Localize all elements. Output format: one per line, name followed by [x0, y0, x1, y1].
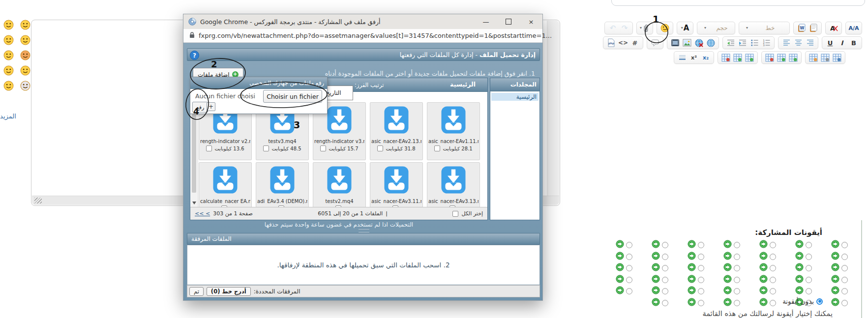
post-icon-radio[interactable]: [662, 265, 668, 271]
post-icon-radio[interactable]: [841, 300, 848, 306]
remove-format-button[interactable]: A: [828, 23, 839, 33]
bullet-list-button[interactable]: [749, 37, 760, 48]
undo-button[interactable]: ↶: [607, 23, 618, 33]
post-icon-option[interactable]: [616, 275, 634, 285]
delete-col-button[interactable]: [808, 52, 819, 63]
smiley-cat-icon[interactable]: [20, 50, 31, 61]
file-checkbox[interactable]: [320, 145, 326, 151]
paste-word-button[interactable]: W: [796, 23, 807, 33]
post-icon-option[interactable]: [652, 240, 670, 250]
post-icon-option[interactable]: [652, 298, 670, 308]
post-icon-option[interactable]: [831, 263, 849, 273]
window-titlebar[interactable]: أرفق ملف في المشاركة - منتدى برمجة الفور…: [183, 14, 542, 29]
smiley-scream-icon[interactable]: [3, 81, 14, 91]
file-tile[interactable]: asic_nacer-EAv1.11.mq428.1 كيلوبايت: [427, 102, 480, 160]
smiley-annoyed-icon[interactable]: [20, 35, 31, 46]
subscript-button[interactable]: x₂: [700, 52, 711, 63]
post-icon-option[interactable]: [723, 286, 742, 296]
file-checkbox[interactable]: [434, 145, 440, 151]
insert-table-button[interactable]: [720, 52, 731, 63]
maximize-button[interactable]: [497, 14, 520, 29]
image-button[interactable]: [682, 37, 692, 48]
post-icon-option[interactable]: [688, 286, 706, 296]
post-icon-option[interactable]: [688, 298, 706, 308]
html-button[interactable]: #: [629, 37, 640, 48]
smiley-dizzy-icon[interactable]: [3, 20, 14, 30]
redo-button[interactable]: ↷: [619, 23, 630, 33]
quote-button[interactable]: [650, 37, 660, 48]
post-icon-radio[interactable]: [806, 242, 812, 248]
file-tile[interactable]: asic_nacer-EAv2.13.mq431.8 كيلوبايت: [370, 102, 423, 160]
font-family-button[interactable]: ▾: [742, 23, 752, 33]
editor-scrollbar[interactable]: [547, 21, 559, 196]
post-icon-radio[interactable]: [626, 277, 632, 283]
post-icon-radio[interactable]: [698, 300, 704, 306]
post-icon-option[interactable]: [759, 275, 778, 285]
file-checkbox[interactable]: [377, 145, 383, 151]
post-icon-option[interactable]: [616, 240, 634, 250]
align-center-button[interactable]: [793, 37, 804, 48]
post-icon-option[interactable]: [759, 286, 778, 296]
align-right-button[interactable]: [805, 37, 815, 48]
scroll-down-icon[interactable]: [192, 202, 196, 204]
post-icon-radio[interactable]: [698, 277, 704, 283]
post-icon-option[interactable]: [616, 252, 634, 262]
post-icon-option[interactable]: [723, 298, 742, 308]
post-icon-option[interactable]: [616, 286, 634, 296]
post-icon-option[interactable]: [795, 275, 813, 285]
post-icon-radio[interactable]: [770, 254, 776, 260]
post-icon-option[interactable]: [759, 240, 778, 250]
post-icon-option[interactable]: [723, 275, 742, 285]
post-icon-radio[interactable]: [734, 277, 740, 283]
post-icon-radio[interactable]: [698, 242, 704, 248]
post-icon-radio[interactable]: [770, 242, 776, 248]
post-icon-radio[interactable]: [626, 242, 632, 248]
post-icon-option[interactable]: [831, 240, 849, 250]
insert-row-above-button[interactable]: [764, 52, 775, 63]
file-tile[interactable]: asic_nacer-EAv3.11.mq4: [370, 162, 423, 207]
post-icon-option[interactable]: [688, 263, 706, 273]
post-icon-option[interactable]: [759, 252, 778, 262]
post-icon-option[interactable]: [795, 252, 813, 262]
upload-button[interactable]: رفع: [192, 102, 208, 113]
post-icon-option[interactable]: [759, 298, 778, 308]
align-left-button[interactable]: [781, 37, 792, 48]
post-icon-option[interactable]: [831, 252, 849, 262]
resize-grip-icon[interactable]: [34, 198, 42, 203]
smiley-neutral-icon[interactable]: [20, 65, 31, 76]
post-icon-radio[interactable]: [770, 300, 776, 306]
superscript-button[interactable]: x²: [688, 52, 699, 63]
post-icon-radio[interactable]: [770, 265, 776, 271]
scroll-thumb[interactable]: [192, 114, 196, 193]
smiley-cry-icon[interactable]: [3, 35, 14, 46]
post-icon-option[interactable]: [795, 263, 813, 273]
tab-main-folder[interactable]: الرئيسية: [450, 81, 476, 88]
close-button[interactable]: ×: [520, 14, 542, 29]
post-icon-radio[interactable]: [734, 242, 740, 248]
post-icon-radio[interactable]: [698, 288, 704, 294]
post-icon-radio[interactable]: [734, 265, 740, 271]
delete-row-button[interactable]: [788, 52, 799, 63]
code-button[interactable]: <>: [618, 37, 629, 48]
editor-mode-button[interactable]: A/A: [848, 23, 859, 33]
post-icon-radio[interactable]: [770, 277, 776, 283]
table-props-button[interactable]: [820, 52, 831, 63]
url-bar[interactable]: fxprg.com/vb/newattachment.php?do=assetm…: [183, 29, 542, 43]
post-icon-radio[interactable]: [841, 254, 848, 260]
post-icon-radio[interactable]: [626, 288, 632, 294]
post-icon-option[interactable]: [723, 240, 742, 250]
more-smilies-link[interactable]: [المزيد: [0, 113, 16, 120]
post-icon-radio[interactable]: [806, 277, 812, 283]
smiley-tongue-icon[interactable]: [3, 65, 14, 76]
numbered-list-button[interactable]: 123: [761, 37, 772, 48]
post-icon-radio[interactable]: [698, 254, 704, 260]
no-icon-option[interactable]: بدون أيقونة: [782, 297, 823, 305]
attachment-drop-area[interactable]: 2. اسحب الملفات التي سبق تحميلها في هذه …: [187, 245, 540, 285]
insert-inline-button[interactable]: أدرج خط (0): [207, 287, 251, 296]
select-all-checkbox[interactable]: [452, 211, 458, 217]
file-tile[interactable]: asic_nacer-EAv3.13.mq4: [427, 162, 480, 207]
post-icon-radio[interactable]: [770, 288, 776, 294]
minimize-button[interactable]: —: [475, 14, 497, 29]
post-icon-option[interactable]: [616, 263, 634, 273]
smilies-button[interactable]: [659, 23, 670, 33]
